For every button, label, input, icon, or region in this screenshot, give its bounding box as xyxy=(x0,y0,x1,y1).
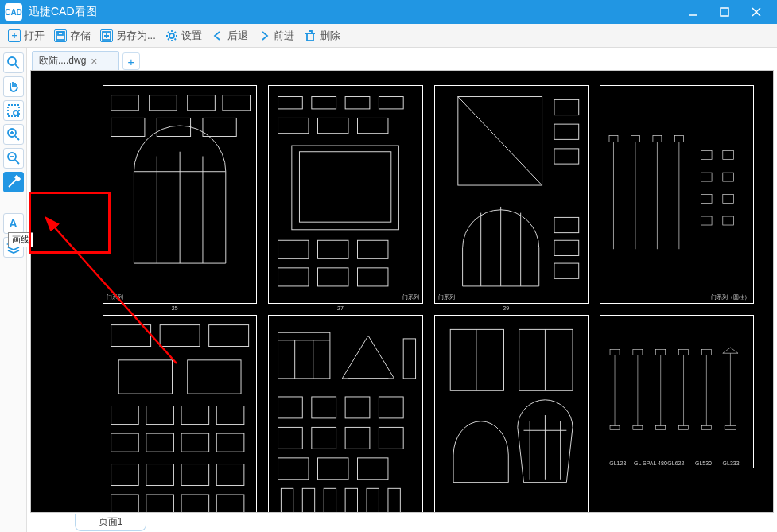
saveas-button[interactable]: 另存为... xyxy=(97,26,159,45)
svg-rect-26 xyxy=(157,118,190,136)
svg-rect-113 xyxy=(303,488,315,513)
svg-line-48 xyxy=(457,97,542,186)
text-button[interactable]: A xyxy=(3,213,24,234)
svg-rect-102 xyxy=(312,397,336,418)
panel-page: — 27 — xyxy=(330,305,351,311)
forward-icon xyxy=(258,29,270,42)
svg-rect-62 xyxy=(653,135,662,142)
svg-rect-108 xyxy=(379,428,404,449)
svg-rect-109 xyxy=(278,458,309,480)
minimize-button[interactable] xyxy=(677,0,709,24)
close-button[interactable] xyxy=(740,0,772,24)
svg-rect-118 xyxy=(450,330,503,391)
save-label: 存储 xyxy=(70,29,91,43)
text-icon: A xyxy=(9,217,17,230)
svg-rect-72 xyxy=(723,195,734,204)
zoom-out-button[interactable] xyxy=(3,148,24,169)
main-toolbar: + 打开 存储 另存为... 设置 后退 前进 删除 xyxy=(0,24,777,48)
forward-label: 前进 xyxy=(274,29,294,43)
svg-rect-134 xyxy=(655,426,665,430)
svg-rect-5 xyxy=(58,32,63,35)
drawing-panel: 窗户尺寸示意 CHUAN×1200 窗系列 — 27 — xyxy=(434,315,589,513)
svg-rect-51 xyxy=(554,149,578,164)
svg-rect-34 xyxy=(345,97,370,109)
back-label: 后退 xyxy=(227,29,248,43)
panel-page: — 29 — xyxy=(495,305,516,311)
settings-button[interactable]: 设置 xyxy=(162,26,205,45)
delete-button[interactable]: 删除 xyxy=(301,26,344,45)
svg-line-10 xyxy=(15,64,19,68)
back-button[interactable]: 后退 xyxy=(208,26,251,45)
svg-rect-128 xyxy=(610,426,620,430)
svg-rect-8 xyxy=(307,33,313,41)
svg-rect-27 xyxy=(203,118,236,136)
svg-rect-56 xyxy=(554,240,578,255)
close-tab-button[interactable]: × xyxy=(91,55,97,68)
saveas-label: 另存为... xyxy=(116,29,156,43)
maximize-button[interactable] xyxy=(709,0,740,24)
drawing-panel: 门系列 — 26 — xyxy=(103,315,257,513)
svg-rect-90 xyxy=(216,464,244,486)
svg-rect-71 xyxy=(723,173,734,181)
svg-rect-46 xyxy=(358,268,388,286)
panel-label: 门系列 xyxy=(438,293,455,301)
open-label: 打开 xyxy=(24,29,45,43)
title-bar: CAD 迅捷CAD看图 xyxy=(0,0,777,24)
forward-button[interactable]: 前进 xyxy=(254,26,297,45)
draw-line-tooltip: 画线 xyxy=(8,232,33,247)
svg-rect-106 xyxy=(312,428,336,449)
content-area: 欧陆....dwg × + 门系列 — 25 — xyxy=(27,48,777,532)
page-tab[interactable]: 页面1 xyxy=(75,514,146,531)
svg-rect-79 xyxy=(111,406,139,425)
drawing-canvas[interactable]: 门系列 — 25 — 门系列 — 27 — xyxy=(30,70,774,513)
svg-rect-86 xyxy=(216,433,244,452)
col-code: GL333 xyxy=(723,460,740,466)
svg-rect-103 xyxy=(345,397,370,418)
file-tab-label: 欧陆....dwg xyxy=(39,54,86,68)
saveas-icon xyxy=(100,29,113,42)
zoom-window-button[interactable] xyxy=(3,52,24,73)
svg-rect-104 xyxy=(379,397,404,418)
plus-icon: + xyxy=(8,29,21,42)
draw-line-button[interactable] xyxy=(3,172,24,192)
svg-rect-60 xyxy=(631,135,639,142)
svg-rect-33 xyxy=(312,97,336,109)
page-tab-bar: 页面1 xyxy=(27,513,777,532)
svg-rect-22 xyxy=(150,95,177,111)
svg-rect-74 xyxy=(111,325,151,347)
svg-rect-142 xyxy=(725,426,736,430)
svg-rect-85 xyxy=(181,433,209,452)
save-button[interactable]: 存储 xyxy=(51,26,94,45)
pan-button[interactable] xyxy=(3,76,24,97)
open-button[interactable]: + 打开 xyxy=(5,26,48,45)
svg-rect-91 xyxy=(111,495,139,513)
back-icon xyxy=(212,29,224,42)
svg-rect-36 xyxy=(278,118,309,133)
svg-rect-23 xyxy=(188,95,216,111)
zoom-region-button[interactable] xyxy=(3,100,24,121)
add-tab-button[interactable]: + xyxy=(122,52,140,70)
app-title: 迅捷CAD看图 xyxy=(29,5,677,19)
gear-icon xyxy=(165,29,178,42)
svg-line-18 xyxy=(15,160,19,164)
svg-rect-77 xyxy=(118,360,172,394)
file-tab[interactable]: 欧陆....dwg × xyxy=(32,51,119,70)
svg-rect-111 xyxy=(358,458,388,480)
svg-rect-92 xyxy=(146,495,174,513)
delete-label: 删除 xyxy=(320,29,340,43)
col-code: GL123 xyxy=(609,460,626,466)
svg-rect-50 xyxy=(554,124,578,139)
svg-rect-70 xyxy=(723,151,734,160)
panel-label: 门系列 xyxy=(107,293,123,301)
svg-rect-140 xyxy=(701,426,711,430)
svg-rect-69 xyxy=(701,216,712,225)
drawing-panel: 门系列 — 29 — xyxy=(434,85,589,304)
svg-rect-32 xyxy=(278,97,303,109)
svg-rect-25 xyxy=(111,118,145,136)
panel-label: 门系列 xyxy=(402,293,419,301)
svg-rect-39 xyxy=(292,146,399,230)
zoom-in-button[interactable] xyxy=(3,124,24,145)
svg-rect-89 xyxy=(181,464,209,486)
settings-label: 设置 xyxy=(181,29,202,43)
side-toolbar: A xyxy=(0,48,27,532)
